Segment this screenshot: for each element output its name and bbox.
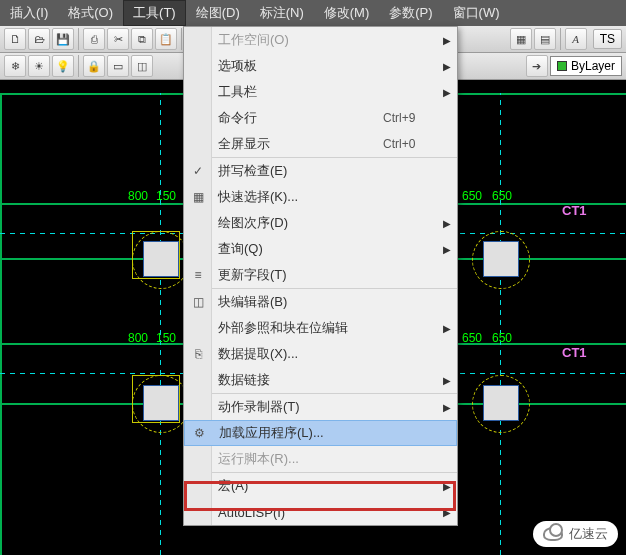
menu-item-label: 数据链接 <box>212 371 383 389</box>
cut-icon[interactable]: ✂ <box>107 28 129 50</box>
menu-item[interactable]: 数据链接▶ <box>184 367 457 393</box>
menu-item-label: 动作录制器(T) <box>212 398 383 416</box>
menu-item[interactable]: 全屏显示Ctrl+0 <box>184 131 457 157</box>
copy-icon[interactable]: ⧉ <box>131 28 153 50</box>
menu-item[interactable]: ✓拼写检查(E) <box>184 158 457 184</box>
submenu-arrow-icon: ▶ <box>443 87 457 98</box>
dim-650-3: 650 <box>462 331 482 345</box>
menu-item-label: 数据提取(X)... <box>212 345 383 363</box>
paste-icon[interactable]: 📋 <box>155 28 177 50</box>
menu-item[interactable]: ≡更新字段(T) <box>184 262 457 288</box>
save-icon[interactable]: 💾 <box>52 28 74 50</box>
menu-dimension[interactable]: 标注(N) <box>250 0 314 26</box>
menu-item-label: 运行脚本(R)... <box>212 450 383 468</box>
separator <box>78 28 79 50</box>
menu-item-icon: ⚙ <box>185 426 213 440</box>
dim-650-2: 650 <box>492 189 512 203</box>
light-icon[interactable]: ☀ <box>28 55 50 77</box>
column-block-4 <box>483 385 519 421</box>
bylayer-combo[interactable]: ByLayer <box>550 56 622 76</box>
block-icon[interactable]: ◫ <box>131 55 153 77</box>
menu-item-label: 选项板 <box>212 57 383 75</box>
watermark-text: 亿速云 <box>569 525 608 543</box>
menu-item[interactable]: 工具栏▶ <box>184 79 457 105</box>
separator <box>78 55 79 77</box>
menu-item[interactable]: 命令行Ctrl+9 <box>184 105 457 131</box>
menu-item-label: 绘图次序(D) <box>212 214 383 232</box>
menu-item-label: 全屏显示 <box>212 135 383 153</box>
menu-item-label: 更新字段(T) <box>212 266 383 284</box>
menu-item[interactable]: 绘图次序(D)▶ <box>184 210 457 236</box>
color-swatch <box>557 61 567 71</box>
menu-item-label: 拼写检查(E) <box>212 162 383 180</box>
cloud-icon <box>543 527 563 541</box>
submenu-arrow-icon: ▶ <box>443 402 457 413</box>
menu-modify[interactable]: 修改(M) <box>314 0 380 26</box>
dim-150-2: 150 <box>156 331 176 345</box>
separator <box>560 28 561 50</box>
column-block-1 <box>143 241 179 277</box>
menu-item[interactable]: 动作录制器(T)▶ <box>184 394 457 420</box>
submenu-arrow-icon: ▶ <box>443 35 457 46</box>
menu-item-label: 外部参照和块在位编辑 <box>212 319 383 337</box>
menu-window[interactable]: 窗口(W) <box>443 0 510 26</box>
menu-item-label: 工作空间(O) <box>212 31 383 49</box>
menu-item-icon: ⎘ <box>184 347 212 361</box>
menu-item-icon: ≡ <box>184 268 212 282</box>
separator <box>181 28 182 50</box>
menu-tools[interactable]: 工具(T) <box>123 0 186 26</box>
menu-item-shortcut: Ctrl+9 <box>383 111 443 125</box>
stack-icon[interactable]: ▭ <box>107 55 129 77</box>
dim-650-4: 650 <box>492 331 512 345</box>
menu-draw[interactable]: 绘图(D) <box>186 0 250 26</box>
submenu-arrow-icon: ▶ <box>443 218 457 229</box>
bylayer-label: ByLayer <box>571 59 615 73</box>
menu-item-label: 宏(A) <box>212 477 383 495</box>
submenu-arrow-icon: ▶ <box>443 507 457 518</box>
menu-item-label: 块编辑器(B) <box>212 293 383 311</box>
menu-item-label: 快速选择(K)... <box>212 188 383 206</box>
text-style-icon[interactable]: A <box>565 28 587 50</box>
menu-item-label: AutoLISP(I) <box>212 505 383 520</box>
menubar: 插入(I) 格式(O) 工具(T) 绘图(D) 标注(N) 修改(M) 参数(P… <box>0 0 626 26</box>
menu-item[interactable]: AutoLISP(I)▶ <box>184 499 457 525</box>
dim-800-2: 800 <box>128 331 148 345</box>
open-icon[interactable]: 🗁 <box>28 28 50 50</box>
menu-insert[interactable]: 插入(I) <box>0 0 58 26</box>
layer-icon[interactable]: ❄ <box>4 55 26 77</box>
submenu-arrow-icon: ▶ <box>443 323 457 334</box>
column-block-2 <box>483 241 519 277</box>
menu-item-label: 命令行 <box>212 109 383 127</box>
lock-icon[interactable]: 🔒 <box>83 55 105 77</box>
dim-650-1: 650 <box>462 189 482 203</box>
ct1-label-2: CT1 <box>562 345 587 360</box>
dim-150-1: 150 <box>156 189 176 203</box>
menu-item[interactable]: 选项板▶ <box>184 53 457 79</box>
grid-icon[interactable]: ▦ <box>510 28 532 50</box>
menu-parametric[interactable]: 参数(P) <box>379 0 442 26</box>
menu-item[interactable]: ▦快速选择(K)... <box>184 184 457 210</box>
arrow-icon[interactable]: ➔ <box>526 55 548 77</box>
menu-item[interactable]: ⎘数据提取(X)... <box>184 341 457 367</box>
menu-item[interactable]: 工作空间(O)▶ <box>184 27 457 53</box>
menu-item-icon: ◫ <box>184 295 212 309</box>
menu-item[interactable]: ⚙加载应用程序(L)... <box>184 420 457 446</box>
menu-item-label: 加载应用程序(L)... <box>213 424 382 442</box>
bulb-icon[interactable]: 💡 <box>52 55 74 77</box>
menu-item[interactable]: ◫块编辑器(B) <box>184 289 457 315</box>
print-icon[interactable]: ⎙ <box>83 28 105 50</box>
dim-800-1: 800 <box>128 189 148 203</box>
menu-item[interactable]: 查询(Q)▶ <box>184 236 457 262</box>
ts-label[interactable]: TS <box>593 29 622 49</box>
ct1-label-1: CT1 <box>562 203 587 218</box>
table-icon[interactable]: ▤ <box>534 28 556 50</box>
menu-format[interactable]: 格式(O) <box>58 0 123 26</box>
menu-item[interactable]: 宏(A)▶ <box>184 473 457 499</box>
menu-item-label: 查询(Q) <box>212 240 383 258</box>
submenu-arrow-icon: ▶ <box>443 244 457 255</box>
new-icon[interactable]: 🗋 <box>4 28 26 50</box>
menu-item[interactable]: 运行脚本(R)... <box>184 446 457 472</box>
submenu-arrow-icon: ▶ <box>443 375 457 386</box>
menu-item[interactable]: 外部参照和块在位编辑▶ <box>184 315 457 341</box>
watermark: 亿速云 <box>533 521 618 547</box>
